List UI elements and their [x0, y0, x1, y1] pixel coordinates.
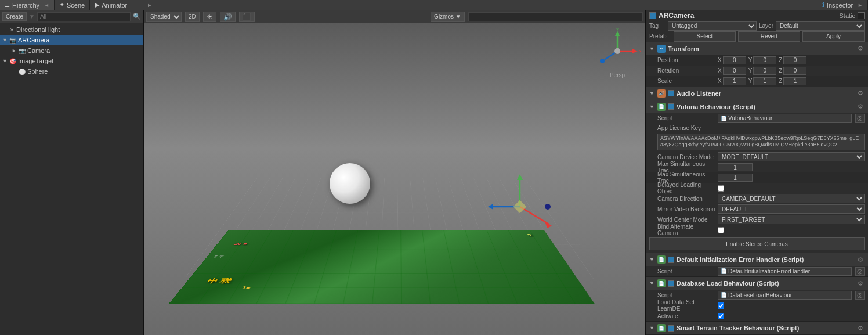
mirror-label: Mirror Video Backgrou — [657, 206, 715, 212]
mirror-select[interactable]: DEFAULT — [718, 204, 865, 214]
app-key-row: App License Key ASYWYIn/////AAAAcDoM+FAq… — [646, 124, 868, 152]
database-load-settings-btn[interactable]: ⚙ — [856, 280, 865, 287]
hierarchy-search[interactable] — [37, 12, 131, 21]
default-init-header[interactable]: ▼ 📄 Default Initialization Error Handler… — [646, 253, 868, 266]
default-init-checkbox[interactable] — [668, 257, 674, 263]
camera-dir-select[interactable]: CAMERA_DEFAULT — [718, 194, 865, 203]
audio-listener-header[interactable]: ▼ 🔊 Audio Listener ⚙ — [646, 87, 868, 100]
max-trac2-input[interactable] — [718, 174, 753, 182]
smart-terrain-header[interactable]: ▼ 📄 Smart Terrain Tracker Behaviour (Scr… — [646, 322, 868, 334]
enable-stereo-btn[interactable]: Enable Stereo Cameras — [649, 237, 865, 250]
rot-x-input[interactable] — [723, 67, 746, 75]
hier-arrow-camera: ► — [12, 48, 19, 53]
pos-y-input[interactable] — [753, 56, 776, 64]
transform-component: ▼ ↔ Transform ⚙ Position X Y — [646, 42, 868, 87]
transform-header[interactable]: ▼ ↔ Transform ⚙ — [646, 42, 868, 55]
load-data-checkbox[interactable] — [718, 302, 724, 309]
sound-btn[interactable]: 🔊 — [220, 12, 236, 22]
vuforia-script-label: Script — [657, 115, 715, 121]
hier-label-arcamera: ARCamera — [18, 37, 49, 44]
default-init-settings-btn[interactable]: ⚙ — [856, 256, 865, 264]
smart-terrain-buttons: ⚙ — [856, 325, 865, 332]
shading-select[interactable]: Shaded — [146, 12, 182, 22]
activate-row: Activate — [646, 311, 868, 321]
tab-inspector[interactable]: ℹ Inspector ► — [818, 0, 868, 10]
top-tabs-bar: ☰ Hierarchy ◄ ✦ Scene ▶ Animator ► ℹ Ins… — [0, 0, 868, 10]
scene-view[interactable]: 20 ■ 串 联 3 5 串 1■ y — [144, 23, 645, 335]
transform-gizmo[interactable] — [485, 172, 555, 242]
scene-search[interactable] — [468, 12, 643, 21]
database-load-script-label: Script — [657, 292, 715, 298]
scale-z-input[interactable] — [783, 77, 806, 85]
max-trac1-input[interactable] — [718, 163, 753, 171]
rot-y-input[interactable] — [753, 67, 776, 75]
position-label: Position — [657, 57, 715, 63]
smart-terrain-settings-btn[interactable]: ⚙ — [856, 325, 865, 332]
hier-item-directional-light[interactable]: ☀ Directional light — [0, 24, 143, 35]
smart-terrain-checkbox[interactable] — [668, 325, 674, 332]
database-load-circle-btn[interactable]: ◎ — [855, 291, 865, 300]
delayed-checkbox[interactable] — [718, 185, 724, 192]
pos-x-input[interactable] — [723, 56, 746, 64]
mode-2d-button[interactable]: 2D — [185, 12, 200, 22]
database-load-header[interactable]: ▼ 📄 Database Load Behaviour (Script) ⚙ — [646, 277, 868, 290]
static-checkbox[interactable] — [858, 12, 865, 19]
pos-z-input[interactable] — [783, 56, 806, 64]
audio-listener-settings-btn[interactable]: ⚙ — [856, 89, 865, 97]
light-btn[interactable]: ☀ — [203, 12, 216, 22]
camera-dir-row: Camera Direction CAMERA_DEFAULT — [646, 193, 868, 204]
hier-item-imagetarget[interactable]: ▼ 🎯 ImageTarget — [0, 56, 143, 66]
fx-btn[interactable]: ⬛ — [239, 12, 255, 22]
default-init-circle-btn[interactable]: ◎ — [855, 267, 865, 276]
arcamera-icon: 📷 — [9, 37, 16, 44]
vuforia-arrow: ▼ — [649, 104, 655, 110]
tag-select[interactable]: Untagged — [668, 21, 757, 31]
camera-dir-label: Camera Direction — [657, 196, 715, 202]
world-center-select[interactable]: FIRST_TARGET — [718, 215, 865, 224]
default-init-arrow: ▼ — [649, 257, 655, 262]
svg-text:y: y — [616, 28, 619, 31]
vuforia-script-circle-btn[interactable]: ◎ — [855, 114, 865, 123]
search-icon: 🔍 — [133, 13, 141, 20]
create-button[interactable]: Create — [2, 12, 27, 21]
vuforia-buttons: ⚙ — [856, 103, 865, 110]
activate-checkbox[interactable] — [718, 313, 724, 319]
hier-arrow-arcamera: ▼ — [2, 37, 9, 43]
smart-terrain-title: Smart Terrain Tracker Behaviour (Script) — [677, 325, 854, 332]
app-key-value[interactable]: ASYWYIn/////AAAAcDoM+FAqkHVlDwxgpwPLbKB5… — [657, 134, 865, 150]
scale-x-input[interactable] — [723, 77, 746, 85]
default-init-script-row: Script 📄 DefaultInitializationErrorHandl… — [646, 266, 868, 276]
tab-scene[interactable]: ✦ Scene — [55, 0, 90, 10]
scale-y-input[interactable] — [753, 77, 776, 85]
prefab-revert-button[interactable]: Revert — [738, 31, 800, 42]
default-init-script-label: Script — [657, 268, 715, 275]
gizmos-button[interactable]: Gizmos ▼ — [431, 12, 465, 22]
hier-item-arcamera[interactable]: ▼ 📷 ARCamera — [0, 35, 143, 45]
database-load-icon: 📄 — [657, 279, 666, 287]
audio-listener-checkbox[interactable] — [668, 90, 674, 96]
transform-settings-btn[interactable]: ⚙ — [856, 45, 865, 52]
camera-mode-label: Camera Device Mode — [657, 154, 715, 160]
bind-alt-checkbox[interactable] — [718, 227, 724, 233]
object-active-checkbox[interactable] — [649, 12, 656, 19]
database-load-checkbox[interactable] — [668, 280, 674, 287]
vuforia-settings-btn[interactable]: ⚙ — [856, 103, 865, 110]
tab-collapse-right: ► — [147, 2, 152, 8]
rot-z-input[interactable] — [783, 67, 806, 75]
pos-x-item: X — [718, 56, 746, 64]
vuforia-script-icon: 📄 — [721, 116, 727, 121]
prefab-select-button[interactable]: Select — [674, 31, 736, 42]
prefab-apply-button[interactable]: Apply — [802, 31, 865, 42]
tab-animator[interactable]: ▶ Animator ► — [90, 0, 157, 10]
vuforia-checkbox[interactable] — [668, 103, 674, 110]
vuforia-icon: 📄 — [657, 103, 666, 111]
hier-item-camera[interactable]: ► 📷 Camera — [0, 45, 143, 56]
hier-item-sphere[interactable]: ⚪ Sphere — [0, 66, 143, 77]
tab-hierarchy[interactable]: ☰ Hierarchy ◄ — [0, 0, 55, 10]
view-gizmo[interactable]: y x Persp — [594, 28, 641, 74]
position-row: Position X Y Z — [646, 55, 868, 66]
camera-mode-select[interactable]: MODE_DEFAULT — [718, 152, 865, 161]
svg-point-6 — [600, 59, 605, 63]
layer-select[interactable]: Default — [776, 21, 865, 31]
vuforia-header[interactable]: ▼ 📄 Vuforia Behaviour (Script) ⚙ — [646, 100, 868, 113]
